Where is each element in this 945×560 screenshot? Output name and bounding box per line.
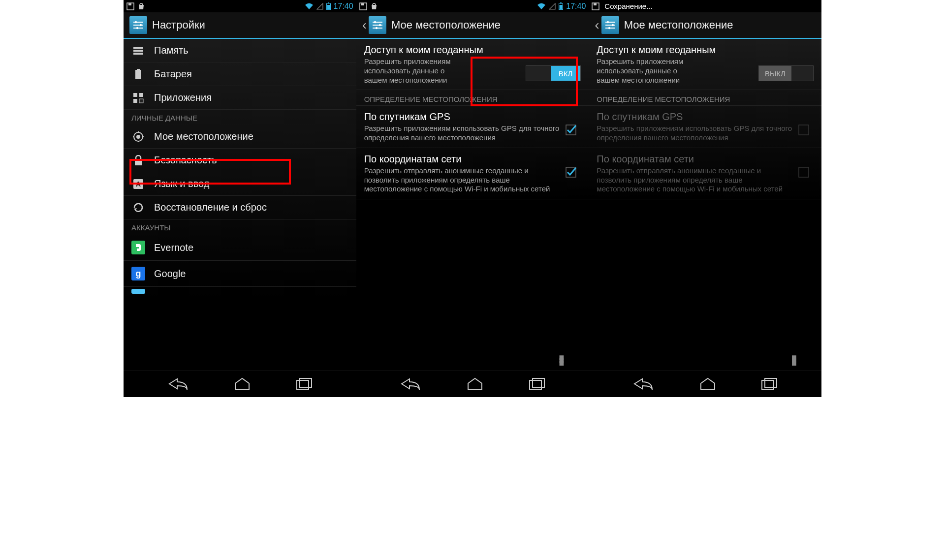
item-label: Язык и ввод xyxy=(154,178,209,189)
checkbox-disabled-icon xyxy=(798,167,809,178)
signal-icon xyxy=(316,3,323,10)
setting-title: Доступ к моим геоданным xyxy=(597,44,758,56)
language-icon: A xyxy=(131,179,145,189)
settings-icon xyxy=(369,16,386,34)
gps-setting-disabled: По спутникам GPS Разрешить приложениям и… xyxy=(589,106,821,148)
nav-back[interactable] xyxy=(167,377,189,391)
svg-point-52 xyxy=(611,24,613,26)
nav-home[interactable] xyxy=(232,377,252,390)
svg-rect-56 xyxy=(762,380,774,389)
phone-screen-location-on: 17:40 ‹ Мое местоположение Доступ к моим… xyxy=(356,0,589,397)
settings-list: Память Батарея Приложения ЛИЧНЫЕ ДАННЫЕ … xyxy=(124,39,356,296)
setting-desc: Разрешить приложениям использовать GPS д… xyxy=(597,124,794,143)
shopping-icon xyxy=(137,2,145,10)
signal-icon xyxy=(549,3,556,10)
overflow-menu-icon[interactable]: ■■■ xyxy=(559,356,564,365)
battery-icon xyxy=(326,2,331,10)
svg-rect-55 xyxy=(799,167,809,177)
location-settings: Доступ к моим геоданным Разрешить прилож… xyxy=(356,39,589,199)
google-icon: g xyxy=(131,267,145,280)
apps-icon xyxy=(131,93,145,103)
nav-recent[interactable] xyxy=(529,377,545,390)
page-title: Мое местоположение xyxy=(624,19,733,31)
checkbox-disabled-icon xyxy=(798,124,809,135)
svg-rect-14 xyxy=(137,69,140,70)
svg-point-40 xyxy=(379,24,381,26)
page-title: Мое местоположение xyxy=(391,19,501,31)
svg-rect-26 xyxy=(135,159,142,165)
location-access[interactable]: Доступ к моим геоданным Разрешить прилож… xyxy=(589,39,821,90)
svg-rect-4 xyxy=(327,5,330,9)
back-chevron-icon: ‹ xyxy=(595,17,599,33)
overflow-menu-icon[interactable]: ■■■ xyxy=(791,356,797,365)
location-switch[interactable]: ВКЛ xyxy=(526,65,581,81)
item-label: Батарея xyxy=(154,68,192,80)
svg-rect-32 xyxy=(361,3,364,5)
nav-home[interactable] xyxy=(698,377,718,390)
battery-icon xyxy=(559,2,563,10)
item-apps[interactable]: Приложения xyxy=(124,86,356,110)
action-bar: ■■■ xyxy=(589,350,821,370)
item-partial[interactable] xyxy=(124,287,356,296)
svg-rect-12 xyxy=(133,50,143,52)
svg-rect-44 xyxy=(530,380,541,389)
item-evernote[interactable]: Evernote xyxy=(124,235,356,261)
svg-point-53 xyxy=(608,27,610,29)
svg-rect-18 xyxy=(133,99,137,103)
status-bar: Сохранение... xyxy=(589,0,821,12)
partial-icon xyxy=(131,289,145,294)
page-title: Настройки xyxy=(152,19,205,31)
nav-recent[interactable] xyxy=(761,377,778,390)
app-bar: Настройки xyxy=(124,12,356,39)
item-label: Мое местоположение xyxy=(154,131,253,142)
app-bar[interactable]: ‹ Мое местоположение xyxy=(589,12,821,39)
item-label: Приложения xyxy=(154,92,212,103)
nav-bar xyxy=(356,370,589,397)
svg-point-8 xyxy=(135,21,137,23)
wifi-icon xyxy=(305,3,314,10)
location-settings: Доступ к моим геоданным Разрешить прилож… xyxy=(589,39,821,199)
phone-screen-settings: 17:40 Настройки Память Батарея Приложени… xyxy=(124,0,356,397)
item-storage[interactable]: Память xyxy=(124,39,356,62)
action-bar: ■■■ xyxy=(356,350,589,370)
switch-label: ВЫКЛ xyxy=(759,66,791,81)
status-bar: 17:40 xyxy=(356,0,589,12)
item-battery[interactable]: Батарея xyxy=(124,62,356,86)
item-label: Безопасность xyxy=(154,155,217,166)
nav-recent[interactable] xyxy=(296,377,313,390)
item-backup[interactable]: Восстановление и сброс xyxy=(124,196,356,219)
item-label: Память xyxy=(154,45,189,56)
save-icon xyxy=(126,2,134,10)
gps-setting[interactable]: По спутникам GPS Разрешить приложениям и… xyxy=(356,106,589,148)
svg-rect-57 xyxy=(765,378,777,387)
svg-rect-35 xyxy=(560,5,563,9)
nav-back[interactable] xyxy=(400,377,421,391)
settings-icon xyxy=(601,16,619,34)
section-accounts: АККАУНТЫ xyxy=(124,219,356,235)
setting-desc: Разрешить приложениям использовать GPS д… xyxy=(364,124,562,143)
nav-home[interactable] xyxy=(465,377,485,390)
item-language[interactable]: A Язык и ввод xyxy=(124,172,356,196)
location-access[interactable]: Доступ к моим геоданным Разрешить прилож… xyxy=(356,39,589,90)
settings-icon xyxy=(129,16,147,34)
item-google[interactable]: g Google xyxy=(124,261,356,287)
location-switch[interactable]: ВЫКЛ xyxy=(758,65,814,81)
setting-title: По координатам сети xyxy=(597,153,794,165)
storage-icon xyxy=(131,46,145,55)
wifi-icon xyxy=(537,3,546,10)
svg-text:A: A xyxy=(136,180,141,188)
item-security[interactable]: Безопасность xyxy=(124,149,356,172)
nav-back[interactable] xyxy=(632,377,654,391)
svg-rect-15 xyxy=(135,70,141,79)
item-location[interactable]: Мое местоположение xyxy=(124,125,356,149)
svg-point-10 xyxy=(136,27,138,29)
setting-desc: Разрешить приложениям использовать данны… xyxy=(364,57,463,85)
setting-title: Доступ к моим геоданным xyxy=(364,44,526,56)
checkbox-checked-icon[interactable] xyxy=(566,124,576,135)
network-setting[interactable]: По координатам сети Разрешить отправлять… xyxy=(356,148,589,199)
svg-rect-29 xyxy=(297,380,309,389)
checkbox-checked-icon[interactable] xyxy=(566,167,576,178)
app-bar[interactable]: ‹ Мое местоположение xyxy=(356,12,589,39)
svg-rect-17 xyxy=(139,93,143,97)
svg-rect-11 xyxy=(133,47,143,49)
